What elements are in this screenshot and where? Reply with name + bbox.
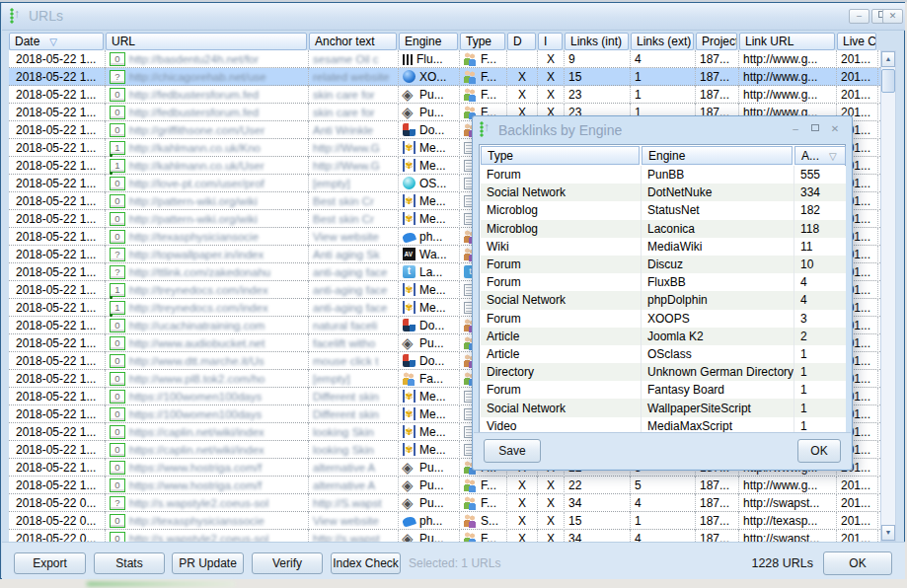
mediawiki-icon bbox=[403, 425, 416, 438]
anchor-text-blurred: alternative A bbox=[313, 462, 375, 474]
url-text-blurred: http://s.wapstyle2.coeus-sol bbox=[129, 533, 268, 543]
cell-engine: Me... bbox=[399, 139, 460, 157]
d-text: X bbox=[518, 70, 526, 84]
column-header-i[interactable]: I bbox=[538, 33, 563, 50]
anchor-text-blurred: Best skin Cr bbox=[313, 195, 374, 207]
cell-url: 1http://kahlmann.co.uk/User bbox=[106, 157, 309, 175]
type-label: F... bbox=[481, 496, 496, 510]
dnn-icon bbox=[403, 319, 416, 331]
cell-date: 2018-05-22 0... bbox=[9, 494, 106, 512]
backlinks-row[interactable]: Social NetworkWallpaperSiteScript1 bbox=[481, 399, 846, 416]
punbb-icon bbox=[403, 106, 416, 118]
scroll-thumb[interactable] bbox=[881, 69, 895, 93]
url-text-blurred: https://caplin.net/wiki/index bbox=[129, 444, 265, 456]
d-text: X bbox=[518, 88, 526, 102]
backlinks-row[interactable]: ArticleJoomla K22 bbox=[481, 328, 846, 345]
backlinks-column-header-engine[interactable]: Engine bbox=[642, 146, 793, 165]
column-header-anchor[interactable]: Anchor text bbox=[309, 33, 397, 50]
column-header-engine[interactable]: Engine bbox=[399, 33, 458, 50]
engine-label: Pu... bbox=[419, 461, 444, 475]
cell-anchor: alternative A bbox=[309, 477, 399, 494]
table-row[interactable]: 2018-05-22 0...0http://s.wapstyle2.coeus… bbox=[9, 530, 880, 542]
column-header-live_check[interactable]: Live Che bbox=[837, 33, 876, 50]
links_int-text: 22 bbox=[568, 478, 581, 492]
cell-anchor: anti-aging face bbox=[309, 263, 399, 281]
footer-button-export[interactable]: Export bbox=[14, 552, 86, 574]
url-text-blurred: http://griffithsone.com/User bbox=[129, 124, 265, 136]
column-header-label: Type bbox=[466, 35, 491, 48]
cell-engine: ph... bbox=[399, 512, 460, 530]
column-header-project[interactable]: Project bbox=[696, 33, 737, 50]
dialog-ok-button[interactable]: OK bbox=[797, 439, 841, 463]
backlink-type: Microblog bbox=[481, 201, 642, 219]
backlinks-row[interactable]: ForumFluxBB4 bbox=[481, 273, 846, 291]
table-row[interactable]: 2018-05-22 0...?http://s.wapstyle2.coeus… bbox=[9, 494, 880, 512]
dialog-minimize-button[interactable]: – bbox=[787, 122, 804, 137]
cell-live_check: 201... bbox=[837, 512, 878, 530]
backlinks-row[interactable]: DirectoryUnknown German Directory1 bbox=[481, 363, 846, 381]
column-header-d[interactable]: D bbox=[507, 33, 536, 50]
save-button[interactable]: Save bbox=[484, 439, 541, 463]
scroll-up-button[interactable]: ▲ bbox=[881, 51, 895, 67]
backlinks-row[interactable]: Social NetworkDotNetNuke334 bbox=[481, 184, 846, 201]
backlinks-row[interactable]: ForumFantasy Board1 bbox=[481, 381, 846, 399]
backlinks-column-header-type[interactable]: Type bbox=[481, 146, 640, 165]
url-text-blurred: http://pattern-wiki.org/wiki bbox=[129, 195, 258, 207]
table-row[interactable]: 2018-05-22 1...0http://basdentu24h.net/f… bbox=[9, 50, 880, 68]
backlink-type: Microblog bbox=[481, 220, 642, 238]
url-text-blurred: http://s.wapstyle2.coeus-sol bbox=[129, 497, 268, 509]
backlinks-row[interactable]: MicroblogStatusNet182 bbox=[481, 201, 846, 219]
column-header-link_url[interactable]: Link URL bbox=[739, 33, 835, 50]
window-titlebar[interactable]: ↑ URLs – ✕ bbox=[2, 3, 905, 31]
cell-type: S... bbox=[460, 512, 507, 530]
engine-label: Wa... bbox=[419, 248, 447, 261]
backlinks-row[interactable]: ArticleOSclass1 bbox=[481, 345, 846, 363]
dialog-close-button[interactable]: ✕ bbox=[826, 122, 844, 137]
table-row[interactable]: 2018-05-22 1...0https://www.hostriga.com… bbox=[9, 477, 880, 494]
column-header-links_ext[interactable]: Links (ext) bbox=[631, 33, 694, 50]
anchor-text-blurred: anti-aging face bbox=[313, 284, 387, 296]
column-header-type[interactable]: Type bbox=[460, 33, 505, 50]
backlinks-row[interactable]: WikiMediaWiki11 bbox=[481, 238, 846, 256]
minimize-button[interactable]: – bbox=[849, 9, 869, 24]
mediawiki-icon bbox=[403, 407, 416, 420]
backlinks-row[interactable]: ForumXOOPS3 bbox=[481, 310, 846, 328]
column-header-date[interactable]: Date▽ bbox=[9, 33, 104, 50]
footer-button-verify[interactable]: Verify bbox=[252, 552, 323, 574]
backlink-type: Forum bbox=[481, 273, 642, 291]
app-icon: ↑ bbox=[10, 8, 25, 24]
links_int-text: 23 bbox=[568, 88, 581, 102]
footer-button-index-check[interactable]: Index Check bbox=[331, 552, 401, 574]
filter-icon[interactable]: ▽ bbox=[49, 37, 57, 47]
close-button[interactable]: ✕ bbox=[882, 9, 903, 24]
backlink-type: Forum bbox=[481, 310, 642, 328]
vertical-scrollbar[interactable]: ▲ ▼ bbox=[880, 50, 896, 542]
filter-icon[interactable]: ▽ bbox=[829, 151, 837, 162]
url-status-badge: 0 bbox=[110, 177, 125, 190]
backlink-type: Directory bbox=[481, 363, 642, 381]
scroll-down-button[interactable]: ▼ bbox=[881, 525, 895, 541]
backlinks-row[interactable]: MicroblogLaconica118 bbox=[481, 220, 846, 238]
table-row[interactable]: 2018-05-22 1...0http://fedbustersforum.f… bbox=[9, 86, 880, 104]
column-header-links_int[interactable]: Links (int) bbox=[565, 33, 629, 50]
backlinks-row[interactable]: Social NetworkphpDolphin4 bbox=[481, 291, 846, 309]
ok-button[interactable]: OK bbox=[823, 551, 892, 575]
cell-url: 0http://pattern-wiki.org/wiki bbox=[106, 192, 309, 210]
cell-live_check: 201... bbox=[837, 494, 878, 512]
table-row[interactable]: 2018-05-22 0...0http://texasphysiciansso… bbox=[9, 512, 880, 530]
cell-anchor: anti-aging face bbox=[309, 281, 399, 299]
punbb-icon bbox=[403, 496, 416, 509]
backlinks-by-engine-dialog: ↑ Backlinks by Engine – ✕ TypeEngineA...… bbox=[472, 115, 853, 471]
footer-button-pr-update[interactable]: PR Update bbox=[172, 552, 244, 574]
dialog-maximize-button[interactable] bbox=[806, 122, 824, 137]
column-header-label: Project bbox=[702, 35, 737, 48]
cell-date: 2018-05-22 1... bbox=[9, 139, 106, 157]
backlinks-row[interactable]: ForumDiscuz10 bbox=[481, 256, 846, 273]
cell-url: 0http://www.audiobucket.net bbox=[106, 334, 309, 352]
backlinks-row[interactable]: ForumPunBB555 bbox=[481, 166, 846, 184]
table-row[interactable]: 2018-05-22 1...?http://chicagorehab.net/… bbox=[9, 68, 880, 86]
column-header-url[interactable]: URL bbox=[106, 33, 307, 50]
backlinks-column-header-amount[interactable]: A...▽ bbox=[794, 146, 846, 165]
footer-button-stats[interactable]: Stats bbox=[94, 552, 165, 574]
backlink-engine: phpDolphin bbox=[642, 291, 794, 309]
